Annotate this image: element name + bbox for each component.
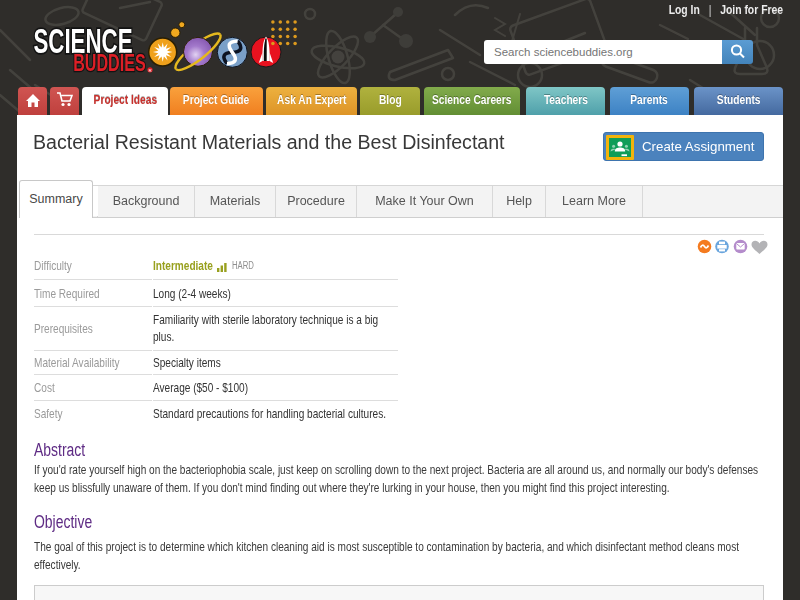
svg-text:BUDDIES: BUDDIES bbox=[73, 49, 146, 76]
svg-text:R: R bbox=[149, 68, 152, 73]
